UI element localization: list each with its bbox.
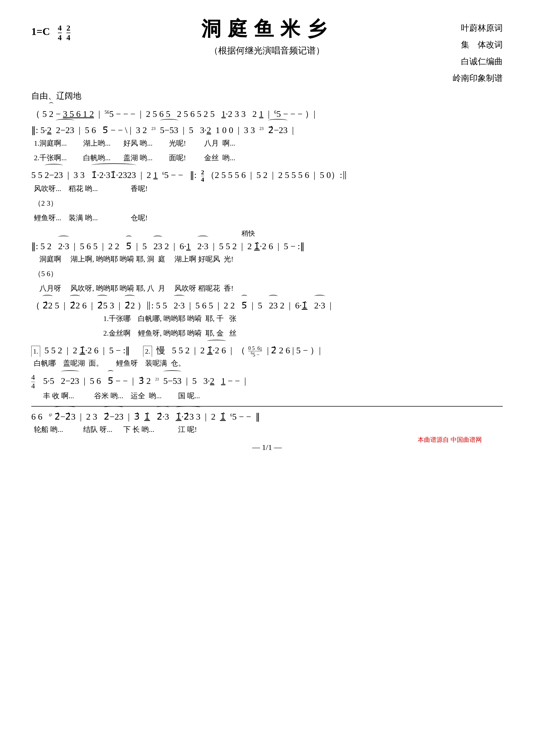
line4-notes: （ 2̂2 5 | 2̂2 6 | 2̂5 3 <box>31 299 503 312</box>
line1-notes: ‖: 5·2 2−23 | 5 6 5̃ − − \ | 3 2 23 5−53 <box>31 123 503 137</box>
line2-section: 5 5 2−23 | 3 3 1̂·2·31̂·2323 | 2 1 65 − … <box>31 168 503 224</box>
page-number: — 1/1 — <box>31 443 503 452</box>
line3-lyric1: 洞庭啊 湖上啊, 哟哟耶 哟嗬 耶, 洞 庭 湖上啊 好呢风 光! <box>31 254 503 265</box>
line2-lyric3: 鲤鱼呀... 装满 哟... 仓呢! <box>31 212 503 223</box>
section-divider <box>31 406 503 407</box>
score: （ 5 2 − 3 5 6 1 2 | 565 − − − | 2 5 6 5 … <box>31 107 503 435</box>
line1-lyric1: 1.洞庭啊... 湖上哟... 好风 哟... 光呢! 八月 啊... <box>31 138 503 149</box>
tempo-marking: 自由、辽阔地 <box>31 90 503 102</box>
line4-section: （ 2̂2 5 | 2̂2 6 | 2̂5 3 <box>31 299 503 338</box>
line5-notes: 1. 5 5 2 | 2 1̂·2 6 | 5 − :‖ 2. 慢 5 5 2 … <box>31 343 503 358</box>
line3-tempo: 稍快 <box>31 228 503 239</box>
line2-lyric1: 风吹呀... 稻花 哟... 香呢! <box>31 183 503 194</box>
time-frac: 4 4 <box>58 23 62 42</box>
watermark: 本曲谱源自 中国曲谱网 <box>418 436 482 444</box>
line7-lyric: 轮船 哟... 结队 呀... 下 长 哟... 江 呢! <box>31 424 503 435</box>
page: 1=C 4 4 2 4 洞庭鱼米乡 （根据何继光演唱音频记谱） 叶蔚林原词 <box>26 16 508 452</box>
content-area: 1=C 4 4 2 4 洞庭鱼米乡 （根据何继光演唱音频记谱） 叶蔚林原词 <box>26 16 508 452</box>
song-title: 洞庭鱼米乡 <box>110 16 424 42</box>
line1-lyric2: 2.千张啊... 白帆哟... 盖湖 哟... 面呢! 金丝 哟... <box>31 152 503 163</box>
line4-lyric2: 2.金丝啊 鲤鱼呀, 哟哟耶 哟嗬 耶, 金 丝 <box>31 328 503 339</box>
key-signature: 1=C 4 4 2 4 <box>31 16 110 42</box>
credit-line2: 集 体改词 <box>424 36 503 53</box>
line6-notes: 4 4 5·5 2−23 | 5 6 5̃ − − | 3̂ 2 23 <box>31 373 503 390</box>
line7-notes: 6 6 6¹ 2̂−2̂3 | 2 3 2̂−23 | 3̂ 1̂ <box>31 410 503 424</box>
intro-notes: （ 5 2 − 3 5 6 1 2 | 565 − − − | 2 5 6 5 … <box>31 107 503 121</box>
line3-notes: ‖: 5 2 2·3 | 5 6 5 | 2 2 5̃ | 5 23 <box>31 239 503 254</box>
line3-lyric2: （5 6） <box>31 268 503 279</box>
line5-section: 1. 5 5 2 | 2 1̂·2 6 | 5 − :‖ 2. 慢 5 5 2 … <box>31 343 503 369</box>
line1-section: ‖: 5·2 2−23 | 5 6 5̃ − − \ | 3 2 23 5−53 <box>31 123 503 163</box>
line6-section: 4 4 5·5 2−23 | 5 6 5̃ − − | 3̂ 2 23 <box>31 373 503 401</box>
intro-section: （ 5 2 − 3 5 6 1 2 | 565 − − − | 2 5 6 5 … <box>31 107 503 121</box>
credit-line3: 白诚仁编曲 <box>424 53 503 70</box>
credit-line1: 叶蔚林原词 <box>424 19 503 36</box>
line3-lyric3: 八月呀 风吹呀, 哟哟耶 哟嗬 耶, 八 月 风吹呀 稻呢花 香! <box>31 283 503 294</box>
time-frac2: 2 4 <box>66 23 70 42</box>
line7-section: 6 6 6¹ 2̂−2̂3 | 2 3 2̂−23 | 3̂ 1̂ <box>31 410 503 435</box>
line4-lyric1: 1.千张哪 白帆哪, 哟哟耶 哟嗬 耶, 千 张 <box>31 313 503 324</box>
line3-section: 稍快 ‖: 5 2 2·3 | 5 6 5 | 2 2 5̃ | 5 <box>31 228 503 294</box>
line2-notes: 5 5 2−23 | 3 3 1̂·2·31̂·2323 | 2 1 65 − … <box>31 168 503 183</box>
note-group: 2 <box>49 107 53 121</box>
credits: 叶蔚林原词 集 体改词 白诚仁编曲 岭南印象制谱 <box>424 16 503 86</box>
line2-lyric2: （2 3） <box>31 198 503 209</box>
credit-line4: 岭南印象制谱 <box>424 70 503 86</box>
header-block: 1=C 4 4 2 4 洞庭鱼米乡 （根据何继光演唱音频记谱） 叶蔚林原词 <box>31 16 503 86</box>
line6-lyric: 丰 收 啊... 谷米 哟... 运全 哟... 国 呢... <box>31 391 503 401</box>
key-text: 1=C <box>31 26 50 37</box>
line5-lyric1: 白帆哪 盖呢湖 面。 鲤鱼呀 装呢满 仓。 <box>31 358 503 369</box>
song-subtitle: （根据何继光演唱音频记谱） <box>110 45 424 57</box>
title-center: 洞庭鱼米乡 （根据何继光演唱音频记谱） <box>110 16 424 57</box>
